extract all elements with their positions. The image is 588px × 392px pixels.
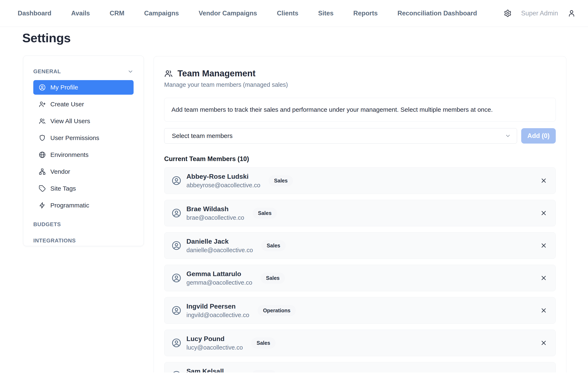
app-viewport: DashboardAvailsCRMCampaignsVendor Campai… — [0, 0, 588, 372]
sidebar-item-environments[interactable]: Environments — [33, 148, 134, 162]
sidebar-section-label: GENERAL — [33, 68, 61, 75]
member-email: abbeyrose@oacollective.co — [186, 182, 260, 189]
member-card: Brae Wildash brae@oacollective.co Sales — [164, 200, 556, 226]
select-row: Select team members Add (0) — [164, 128, 556, 144]
sidebar-items: My Profile Create User View All Users Us… — [33, 80, 134, 213]
member-name: Ingvild Peersen — [186, 302, 249, 310]
team-members-select[interactable]: Select team members — [164, 128, 517, 144]
sidebar-item-create-user[interactable]: Create User — [33, 97, 134, 112]
remove-member-button[interactable] — [540, 177, 547, 184]
user-circle-icon — [172, 306, 182, 316]
screen: DashboardAvailsCRMCampaignsVendor Campai… — [0, 0, 588, 392]
sidebar-item-label: Site Tags — [50, 185, 76, 192]
member-info: Danielle Jack danielle@oacollective.co — [186, 238, 253, 254]
sidebar-item-user-permissions[interactable]: User Permissions — [33, 131, 134, 145]
chevron-down-icon — [505, 133, 511, 139]
remove-member-button[interactable] — [540, 372, 547, 372]
nav-link[interactable]: Sites — [318, 10, 334, 17]
sidebar-collapsed-sections: BUDGETS INTEGRATIONS — [33, 220, 134, 245]
select-placeholder: Select team members — [172, 132, 232, 140]
globe-icon — [39, 151, 46, 158]
user-circle-icon — [172, 273, 182, 283]
member-card: Gemma Lattarulo gemma@oacollective.co Sa… — [164, 265, 556, 291]
user-circle-icon — [172, 176, 182, 186]
chevron-down-icon — [127, 68, 134, 75]
user-circle-icon — [172, 240, 182, 250]
sidebar-item-label: View All Users — [50, 118, 90, 125]
member-role-badge: Sales — [268, 175, 293, 186]
member-info: Brae Wildash brae@oacollective.co — [186, 205, 244, 221]
sidebar-item-label: Environments — [50, 151, 88, 158]
member-role-badge: Sales — [252, 208, 277, 219]
team-management-panel: Team Management Manage your team members… — [154, 56, 566, 372]
member-info: Abbey-Rose Ludski abbeyrose@oacollective… — [186, 173, 260, 189]
member-role-badge: Sales — [251, 338, 276, 348]
member-name: Danielle Jack — [186, 238, 253, 245]
nav-link[interactable]: Campaigns — [144, 10, 179, 17]
sidebar-item-programmatic[interactable]: Programmatic — [33, 198, 134, 213]
user-circle-icon — [39, 84, 46, 91]
member-email: danielle@oacollective.co — [186, 247, 253, 254]
user-plus-icon — [39, 101, 46, 108]
add-members-button[interactable]: Add (0) — [521, 128, 556, 144]
members-heading: Current Team Members (10) — [164, 155, 556, 163]
member-card: Abbey-Rose Ludski abbeyrose@oacollective… — [164, 167, 556, 194]
nav-user-label: Super Admin — [521, 10, 558, 17]
sidebar-section-label: BUDGETS — [33, 221, 61, 228]
sidebar-section-label: INTEGRATIONS — [33, 238, 76, 244]
settings-gear-icon[interactable] — [504, 9, 512, 17]
member-email: brae@oacollective.co — [186, 214, 244, 221]
panel-subtitle: Manage your team members (managed sales) — [164, 81, 556, 88]
remove-member-button[interactable] — [540, 210, 547, 216]
sidebar-item-label: Programmatic — [50, 202, 89, 209]
info-box: Add team members to track their sales an… — [164, 98, 556, 122]
sidebar-section-integrations[interactable]: INTEGRATIONS — [33, 236, 134, 245]
sidebar-item-label: Vendor — [50, 168, 70, 175]
nav-link[interactable]: Avails — [71, 10, 90, 17]
sidebar-section-budgets[interactable]: BUDGETS — [33, 220, 134, 229]
member-list: Abbey-Rose Ludski abbeyrose@oacollective… — [164, 167, 556, 372]
top-nav: DashboardAvailsCRMCampaignsVendor Campai… — [0, 0, 588, 27]
member-email: gemma@oacollective.co — [186, 279, 252, 286]
page-title: Settings — [22, 31, 71, 45]
member-card: Sam Kelsall sam@oacollective.co Sales — [164, 362, 556, 372]
users-icon — [39, 118, 46, 125]
nav-right: Super Admin — [504, 9, 576, 17]
user-account-icon[interactable] — [568, 9, 576, 17]
nav-link[interactable]: CRM — [110, 10, 124, 17]
member-info: Ingvild Peersen ingvild@oacollective.co — [186, 302, 249, 318]
shield-icon — [39, 134, 46, 142]
member-name: Sam Kelsall — [186, 368, 244, 373]
sidebar-section-general[interactable]: GENERAL — [33, 68, 134, 75]
member-email: lucy@oacollective.co — [186, 344, 243, 351]
member-role-badge: Operations — [258, 305, 296, 316]
sidebar-item-label: User Permissions — [50, 134, 99, 142]
nav-link[interactable]: Vendor Campaigns — [199, 10, 257, 17]
sidebar-item-site-tags[interactable]: Site Tags — [33, 181, 134, 196]
user-circle-icon — [172, 208, 182, 218]
user-circle-icon — [172, 338, 182, 348]
member-card: Lucy Pound lucy@oacollective.co Sales — [164, 330, 556, 356]
remove-member-button[interactable] — [540, 339, 547, 346]
member-name: Abbey-Rose Ludski — [186, 173, 260, 180]
member-card: Ingvild Peersen ingvild@oacollective.co … — [164, 297, 556, 324]
tag-icon — [39, 185, 46, 192]
member-name: Gemma Lattarulo — [186, 270, 252, 278]
nav-link[interactable]: Reconciliation Dashboard — [398, 10, 477, 17]
team-users-icon — [164, 69, 173, 78]
bolt-icon — [39, 202, 46, 209]
remove-member-button[interactable] — [540, 242, 547, 249]
nav-link[interactable]: Dashboard — [18, 10, 52, 17]
user-circle-icon — [172, 370, 182, 372]
sidebar-item-my-profile[interactable]: My Profile — [33, 80, 134, 95]
member-role-badge: Sales — [252, 370, 276, 373]
nav-link[interactable]: Clients — [277, 10, 298, 17]
member-name: Lucy Pound — [186, 335, 243, 343]
sidebar-item-vendor[interactable]: Vendor — [33, 164, 134, 179]
nav-link[interactable]: Reports — [353, 10, 378, 17]
remove-member-button[interactable] — [540, 307, 547, 314]
member-role-badge: Sales — [261, 240, 286, 251]
sidebar-item-view-all-users[interactable]: View All Users — [33, 114, 134, 128]
sidebar-item-label: My Profile — [50, 84, 78, 91]
remove-member-button[interactable] — [540, 274, 547, 282]
